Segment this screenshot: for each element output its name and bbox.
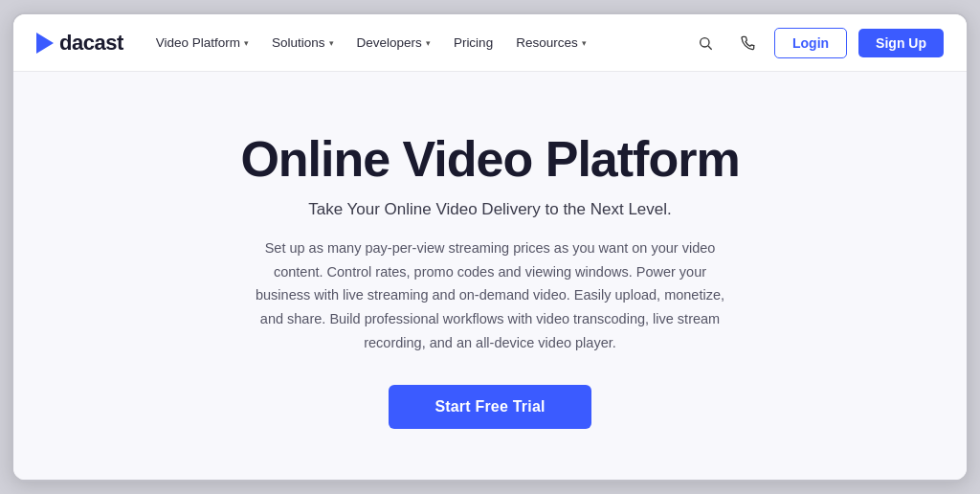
phone-icon (740, 35, 755, 51)
chevron-down-icon: ▾ (329, 38, 334, 48)
chevron-down-icon: ▾ (244, 38, 249, 48)
navbar: dacast Video Platform ▾ Solutions ▾ Deve… (13, 14, 967, 72)
chevron-down-icon: ▾ (582, 38, 587, 48)
search-icon (698, 35, 713, 51)
nav-item-video-platform[interactable]: Video Platform ▾ (146, 28, 258, 57)
start-free-trial-button[interactable]: Start Free Trial (389, 385, 590, 429)
signup-button[interactable]: Sign Up (858, 29, 944, 57)
hero-description: Set up as many pay-per-view streaming pr… (251, 236, 729, 354)
search-button[interactable] (690, 28, 721, 58)
nav-item-solutions[interactable]: Solutions ▾ (262, 28, 344, 57)
nav-item-resources[interactable]: Resources ▾ (506, 28, 596, 57)
logo[interactable]: dacast (36, 31, 123, 56)
svg-line-1 (708, 46, 712, 50)
nav-item-label: Resources (516, 35, 578, 50)
nav-actions: Login Sign Up (690, 28, 944, 58)
nav-menu: Video Platform ▾ Solutions ▾ Developers … (146, 28, 690, 57)
logo-text: dacast (59, 31, 123, 56)
hero-title: Online Video Platform (240, 132, 739, 187)
hero-section: Online Video Platform Take Your Online V… (13, 72, 967, 482)
logo-icon (36, 33, 54, 54)
chevron-down-icon: ▾ (426, 38, 431, 48)
phone-button[interactable] (732, 28, 763, 58)
svg-point-0 (701, 37, 709, 46)
nav-item-label: Developers (357, 35, 422, 50)
nav-item-label: Video Platform (156, 35, 240, 50)
login-button[interactable]: Login (774, 28, 847, 58)
hero-subtitle: Take Your Online Video Delivery to the N… (308, 200, 672, 219)
browser-frame: dacast Video Platform ▾ Solutions ▾ Deve… (11, 12, 969, 482)
logo-chevron-icon (36, 33, 54, 54)
nav-item-label: Solutions (272, 35, 325, 50)
nav-item-pricing[interactable]: Pricing (444, 28, 502, 57)
nav-item-label: Pricing (454, 35, 493, 50)
nav-item-developers[interactable]: Developers ▾ (347, 28, 440, 57)
